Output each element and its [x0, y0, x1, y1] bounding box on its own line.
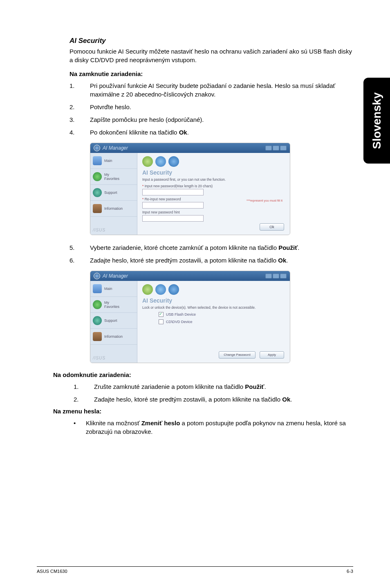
app-logo-icon	[94, 145, 100, 151]
apply-button[interactable]: Apply	[260, 351, 284, 359]
toolbar-icon-2[interactable]	[155, 156, 166, 167]
step-text: Vyberte zariadenie, ktoré chcete zamknúť…	[90, 244, 300, 251]
new-password-input[interactable]	[142, 189, 204, 195]
sidebar-item-support[interactable]: Support	[90, 185, 137, 201]
sidebar-item-favorites[interactable]: MyFavorites	[90, 297, 137, 313]
window-title: AI Manager	[103, 273, 128, 279]
page-footer: ASUS CM1630 6-3	[37, 566, 353, 574]
field-label-new-password: Input new password(Max length is 20 char…	[142, 184, 285, 188]
required-note: ***represent you must fill it	[247, 199, 282, 202]
information-icon	[93, 204, 102, 213]
main-icon	[93, 156, 102, 165]
close-button[interactable]	[280, 274, 287, 278]
language-tab-text: Slovensky	[370, 92, 383, 149]
page-content: AI Security Pomocou funkcie AI Security …	[0, 0, 390, 460]
step-number: 5.	[69, 243, 75, 252]
sidebar-item-label: Information	[104, 334, 123, 339]
app-logo-icon	[94, 273, 100, 279]
step-text: Zadajte heslo, ktoré ste predtým zostavi…	[94, 396, 292, 403]
favorites-icon	[93, 300, 102, 309]
sidebar-item-label: MyFavorites	[104, 301, 119, 309]
field-label-hint: Input new password hint	[142, 210, 285, 214]
panel-desc: Lock or unlock the device(s). When selec…	[142, 305, 285, 310]
changepw-heading: Na zmenu hesla:	[53, 408, 353, 415]
step-text: Kliknite na možnosť Zmeniť heslo a potom…	[86, 420, 346, 435]
step-number: 1.	[74, 382, 79, 391]
toolbar-icon-2[interactable]	[155, 284, 166, 295]
titlebar-left: AI Manager	[94, 273, 128, 279]
sidebar-item-label: Main	[104, 159, 112, 163]
minimize-button[interactable]	[265, 146, 272, 150]
toolbar-icons	[142, 156, 285, 167]
step-number: 4.	[69, 128, 75, 137]
bullet-dot: •	[74, 419, 76, 427]
step-number: 3.	[69, 115, 75, 124]
section-title: AI Security	[69, 37, 353, 45]
changepw-list: •Kliknite na možnosť Zmeniť heslo a poto…	[57, 419, 353, 436]
list-item: 1.Zrušte zamknuté zariadenie a potom kli…	[74, 382, 353, 391]
support-icon	[93, 188, 102, 197]
sidebar-item-information[interactable]: Information	[90, 201, 137, 217]
sidebar-item-favorites[interactable]: MyFavorites	[90, 169, 137, 185]
screenshot-device-lock: AI Manager Main MyFavorites	[90, 271, 290, 363]
step-number: 2.	[74, 395, 79, 404]
sidebar-item-information[interactable]: Information	[90, 329, 137, 345]
maximize-button[interactable]	[273, 274, 279, 278]
sidebar-item-main[interactable]: Main	[90, 153, 137, 169]
maximize-button[interactable]	[273, 146, 279, 150]
unlock-steps-list: 1.Zrušte zamknuté zariadenie a potom kli…	[74, 382, 353, 404]
panel-title: AI Security	[142, 297, 285, 304]
favorites-icon	[93, 172, 102, 181]
sidebar-item-support[interactable]: Support	[90, 313, 137, 329]
ok-button[interactable]: Ok	[260, 223, 284, 231]
step-text: Zrušte zamknuté zariadenie a potom klikn…	[94, 383, 266, 390]
list-item: 5.Vyberte zariadenie, ktoré chcete zamkn…	[69, 243, 353, 252]
change-password-button[interactable]: Change Password	[219, 351, 256, 359]
toolbar-icons	[142, 284, 285, 295]
sidebar-item-label: Support	[104, 191, 117, 195]
unlock-heading: Na odomknutie zariadenia:	[53, 371, 353, 378]
sidebar-item-main[interactable]: Main	[90, 281, 137, 297]
information-icon	[93, 332, 102, 341]
list-item: •Kliknite na možnosť Zmeniť heslo a poto…	[57, 419, 353, 436]
cddvd-checkbox[interactable]	[159, 319, 164, 324]
step-number: 1.	[69, 81, 75, 90]
reinput-password-input[interactable]	[142, 202, 204, 209]
minimize-button[interactable]	[265, 274, 272, 278]
step-text: Zadajte heslo, ktoré ste predtým zostavi…	[90, 257, 288, 264]
sidebar-spacer	[90, 217, 137, 225]
window-body: Main MyFavorites Support Information /IS…	[90, 281, 290, 363]
intro-text: Pomocou funkcie AI Security môžete nasta…	[69, 47, 353, 64]
step-number: 6.	[69, 256, 75, 265]
step-text: Pri používaní funkcie AI Security budete…	[90, 82, 335, 98]
step-text: Potvrďte heslo.	[90, 103, 131, 110]
step-text: Po dokončení kliknite na tlačidlo Ok.	[90, 129, 189, 136]
button-row: Change Password Apply	[219, 351, 284, 359]
usb-checkbox[interactable]	[159, 312, 164, 317]
checkbox-label: CD\DVD Device	[166, 320, 193, 324]
sidebar-footer-logo: /ISUS	[90, 353, 137, 363]
sidebar: Main MyFavorites Support Information /IS…	[90, 153, 137, 235]
window-body: Main MyFavorites Support Information /IS…	[90, 153, 290, 235]
footer-page-number: 6-3	[347, 569, 353, 574]
toolbar-icon-1[interactable]	[142, 284, 153, 295]
hint-input[interactable]	[142, 215, 204, 222]
lock-heading: Na zamknutie zariadenia:	[69, 70, 353, 77]
sidebar-item-label: Information	[104, 206, 123, 211]
list-item: 3.Zapíšte pomôcku pre heslo (odporúčané)…	[69, 115, 353, 124]
list-item: 6.Zadajte heslo, ktoré ste predtým zosta…	[69, 256, 353, 265]
sidebar-item-label: MyFavorites	[104, 173, 119, 181]
main-icon	[93, 284, 102, 293]
close-button[interactable]	[280, 146, 287, 150]
panel-desc: Input a password first, or you can not u…	[142, 177, 285, 182]
checkbox-label: USB Flash Device	[166, 312, 196, 316]
checkbox-row-usb: USB Flash Device	[159, 312, 285, 317]
list-item: 4.Po dokončení kliknite na tlačidlo Ok.	[69, 128, 353, 137]
toolbar-icon-3[interactable]	[168, 156, 179, 167]
window-controls	[265, 146, 287, 150]
toolbar-icon-3[interactable]	[168, 284, 179, 295]
toolbar-icon-1[interactable]	[142, 156, 153, 167]
panel-title: AI Security	[142, 169, 285, 176]
screenshot-password-setup: AI Manager Main MyFavorites	[90, 143, 290, 235]
step-number: 2.	[69, 103, 75, 111]
